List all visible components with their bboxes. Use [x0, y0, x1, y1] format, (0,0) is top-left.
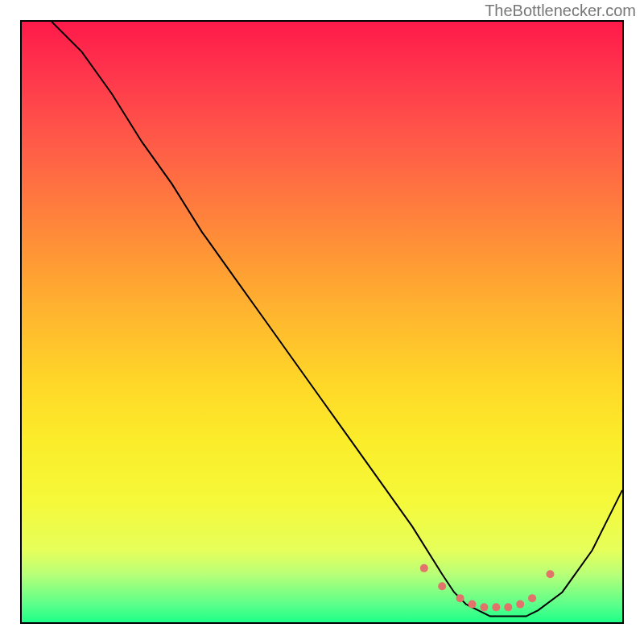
optimal-dot: [456, 594, 464, 602]
chart-plot-area: [20, 20, 624, 624]
optimal-dot: [420, 564, 428, 572]
bottleneck-curve: [22, 22, 622, 622]
optimal-dot: [504, 603, 512, 611]
optimal-dot: [469, 601, 477, 609]
optimal-dot: [546, 570, 554, 578]
attribution-text: TheBottlenecker.com: [485, 2, 636, 20]
optimal-dot: [516, 601, 524, 609]
optimal-dot: [480, 603, 488, 611]
optimal-dot: [438, 582, 446, 590]
optimal-dot: [528, 594, 536, 602]
optimal-dot: [492, 603, 500, 611]
